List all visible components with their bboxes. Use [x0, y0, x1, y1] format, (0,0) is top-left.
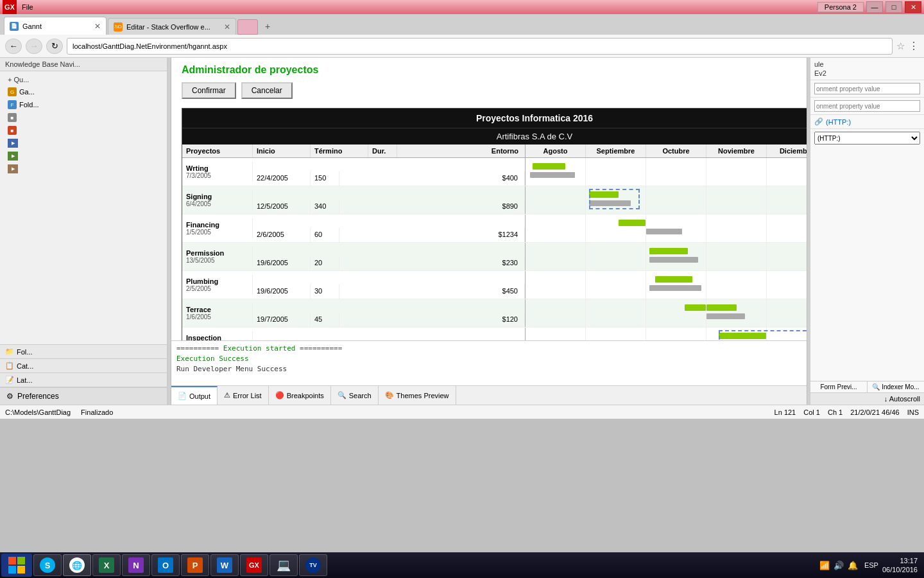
output-line-menu: Run Developer Menu Success: [176, 364, 801, 374]
preferences-bar[interactable]: ⚙ Preferences: [0, 387, 167, 405]
output-label: Output: [189, 392, 210, 400]
taskbar-gx[interactable]: GX: [240, 554, 268, 576]
right-dropdown[interactable]: (HTTP:): [814, 132, 920, 144]
tab-search[interactable]: 🔍 Search: [331, 386, 379, 405]
right-link-label: (HTTP:): [826, 118, 851, 126]
maximize-button[interactable]: □: [886, 1, 902, 13]
tab-output[interactable]: 📄 Output: [171, 386, 218, 405]
autoscroll-btn[interactable]: ↓ Autoscroll: [810, 392, 924, 405]
taskbar-outlook[interactable]: O: [151, 554, 180, 576]
gantt-row-financing: Financing 1/5/2005 2/6/2005 60 $1234: [182, 215, 807, 243]
tab-breakpoints[interactable]: 🔴 Breakpoints: [269, 386, 331, 405]
gx-logo: GX: [3, 0, 17, 14]
taskbar-chrome[interactable]: 🌐: [63, 554, 91, 576]
preferences-label: Preferences: [17, 392, 59, 401]
col-entorno: Entorno: [397, 144, 525, 157]
clock: 13:17 06/10/2016: [882, 556, 918, 574]
back-button[interactable]: ←: [5, 39, 22, 54]
bottom-tabs-bar: 📄 Output ⚠ Error List 🔴 Breakpoints 🔍 Se…: [171, 385, 807, 405]
col-inicio: Inicio: [253, 144, 311, 157]
status-bar: C:\Models\GanttDiag Finalizado Ln 121 Co…: [0, 405, 924, 419]
tab-gantt-icon: 📄: [10, 22, 19, 31]
sidebar-item-fold[interactable]: F Fold...: [0, 98, 167, 111]
themes-label: Themes Preview: [397, 392, 449, 399]
windows-taskbar: S 🌐 X N O P W GX 💻 TV 📶 �: [0, 552, 924, 578]
tab-new-placeholder[interactable]: [237, 19, 258, 35]
minimize-button[interactable]: —: [866, 1, 883, 13]
confirm-button[interactable]: Confirmar: [182, 82, 236, 99]
form-preview-tab[interactable]: Form Previ...: [810, 381, 868, 392]
status-status: Finalizado: [81, 408, 113, 416]
col-proyectos: Proyectos: [182, 144, 253, 157]
taskbar-laptop[interactable]: 💻: [270, 554, 298, 576]
output-icon: 📄: [178, 392, 187, 400]
output-panel: ========== Execution started ========== …: [171, 340, 807, 385]
themes-icon: 🎨: [385, 391, 394, 399]
bookmark-icon[interactable]: ☆: [896, 40, 905, 52]
taskbar-excel[interactable]: X: [92, 554, 121, 576]
close-button[interactable]: ✕: [905, 1, 921, 13]
month-noviembre: Noviembre: [706, 144, 767, 157]
menu-icon[interactable]: ⋮: [909, 40, 919, 52]
month-diciembre: Diciembre: [767, 144, 807, 157]
page-title: Administrador de proyectos: [182, 64, 796, 76]
url-input[interactable]: [67, 38, 893, 55]
refresh-button[interactable]: ↻: [46, 39, 63, 54]
sidebar-item-plus[interactable]: + Qu...: [0, 74, 167, 85]
gantt-header-sub: Artifibras S.A de C.V: [182, 128, 807, 144]
preferences-icon: ⚙: [6, 392, 13, 401]
gantt-row-signing: Signing 6/4/2005 12/5/2005 340 $890: [182, 186, 807, 215]
tray-network-icon: 📶: [819, 561, 830, 570]
status-ln: Ln 121: [774, 408, 796, 416]
tab-editar-icon: SO: [114, 22, 123, 31]
menu-file[interactable]: File: [17, 3, 38, 11]
tab-editar-close[interactable]: ✕: [224, 22, 230, 31]
taskbar-skype[interactable]: S: [33, 554, 62, 576]
gantt-header-top: Proyectos Informatica 2016: [182, 109, 807, 128]
tab-gantt[interactable]: 📄 Gannt ✕: [4, 17, 107, 35]
gantt-row-wrting: Wrting 7/3/2005 22/4/2005 150 $400: [182, 158, 807, 186]
month-agosto: Agosto: [526, 144, 586, 157]
gantt-row-permission: Permission 13/5/2005 19/6/2005 20 $230: [182, 243, 807, 271]
taskbar-powerpoint[interactable]: P: [181, 554, 209, 576]
search-label: Search: [349, 392, 372, 399]
gantt-row-plumbing: Plumbing 2/5/2005 19/6/2005 30 $450: [182, 271, 807, 299]
tab-themes-preview[interactable]: 🎨 Themes Preview: [379, 386, 456, 405]
tab-error-list[interactable]: ⚠ Error List: [218, 386, 269, 405]
month-octubre: Octubre: [646, 144, 706, 157]
new-tab-button[interactable]: +: [259, 19, 276, 33]
lat-label: Lat...: [17, 376, 32, 384]
sidebar-item-ga[interactable]: G Ga...: [0, 85, 167, 98]
status-mode: INS: [907, 408, 919, 416]
clock-date: 06/10/2016: [882, 565, 918, 574]
output-line-success: Execution Success: [176, 354, 801, 364]
clock-time: 13:17: [882, 556, 918, 565]
taskbar-onenote[interactable]: N: [122, 554, 150, 576]
taskbar-teamviewer[interactable]: TV: [299, 554, 327, 576]
kb-navi-section: Knowledge Base Navi...: [0, 58, 167, 71]
tab-gantt-label: Gannt: [22, 22, 42, 30]
system-tray: 📶 🔊 🔔 ESP 13:17 06/10/2016: [819, 556, 923, 574]
error-label: Error List: [233, 392, 262, 399]
right-dropdown-icon: 🔗: [814, 118, 823, 126]
status-path: C:\Models\GanttDiag: [5, 408, 71, 416]
start-button[interactable]: [1, 554, 32, 577]
output-line-separator: ========== Execution started ==========: [176, 344, 801, 354]
tab-gantt-close[interactable]: ✕: [94, 22, 101, 31]
right-field2[interactable]: [814, 100, 920, 112]
search-icon: 🔍: [338, 391, 346, 399]
month-septiembre: Septiembre: [586, 144, 646, 157]
col-termino: Término: [311, 144, 368, 157]
breakpoints-icon: 🔴: [275, 391, 284, 399]
cancel-button[interactable]: Cancelar: [241, 82, 293, 99]
taskbar-word[interactable]: W: [210, 554, 239, 576]
fold-icon: 📁: [5, 347, 14, 356]
right-prop-label1: ule: [814, 60, 920, 68]
right-field1[interactable]: [814, 83, 920, 94]
cat-label: Cat...: [17, 362, 33, 370]
tab-editar[interactable]: SO Editar - Stack Overflow e... ✕: [108, 18, 236, 35]
tray-volume-icon: 🔊: [834, 561, 844, 570]
forward-button[interactable]: →: [26, 39, 42, 54]
indexer-tab[interactable]: 🔍 Indexer Mo...: [868, 381, 924, 392]
status-ch: Ch 1: [828, 408, 843, 416]
